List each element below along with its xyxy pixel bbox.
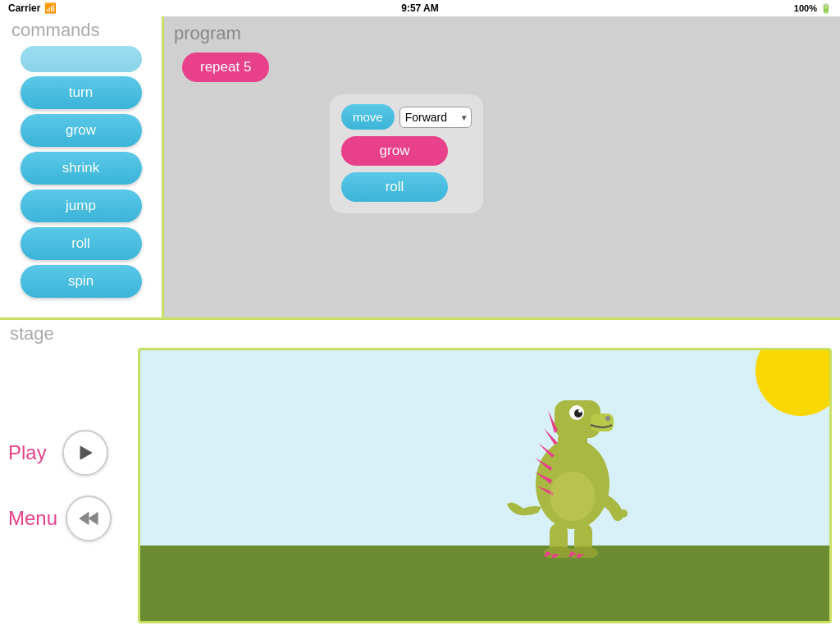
move-row: move Forward Backward Left Right	[341, 104, 472, 130]
menu-control[interactable]: Menu	[8, 495, 112, 541]
move-direction-select[interactable]: Forward Backward Left Right	[399, 107, 472, 128]
battery-icon: 🔋	[820, 3, 832, 14]
shrink-button[interactable]: shrink	[21, 152, 142, 185]
menu-label: Menu	[8, 507, 57, 530]
stage-row: Play Menu	[0, 348, 840, 630]
controls-panel: Play Menu	[0, 348, 138, 623]
svg-point-22	[568, 546, 598, 558]
svg-rect-6	[591, 413, 614, 431]
battery-label: 100%	[794, 3, 817, 13]
scroll-hint-btn[interactable]	[21, 46, 142, 72]
dinosaur-svg	[499, 377, 646, 558]
stage-canvas	[138, 348, 832, 623]
wifi-icon: 📶	[44, 2, 57, 14]
program-label: program	[174, 23, 830, 44]
program-panel: program repeat 5 move Forward Backward L…	[164, 16, 840, 317]
rewind-icon	[78, 509, 99, 528]
svg-point-27	[550, 472, 596, 521]
svg-marker-1	[80, 513, 89, 525]
app-container: commands turn grow shrink jump roll spin…	[0, 16, 840, 630]
ground	[140, 546, 829, 621]
bottom-section: stage Play Menu	[0, 320, 840, 630]
turn-button[interactable]: turn	[21, 76, 142, 109]
play-button[interactable]	[62, 430, 108, 476]
inner-block-container: move Forward Backward Left Right grow	[330, 94, 483, 213]
status-bar-time: 9:57 AM	[401, 2, 439, 14]
svg-point-10	[605, 416, 610, 421]
play-label: Play	[8, 441, 54, 464]
roll-inner-block[interactable]: roll	[341, 172, 448, 202]
move-select-wrapper: Forward Backward Left Right	[399, 107, 472, 128]
program-area: repeat 5 move Forward Backward Left Righ…	[174, 49, 830, 311]
commands-label: commands	[0, 20, 100, 41]
spin-button[interactable]: spin	[21, 265, 142, 298]
top-section: commands turn grow shrink jump roll spin…	[0, 16, 840, 320]
carrier-label: Carrier	[8, 2, 40, 14]
status-bar: Carrier 📶 9:57 AM 100% 🔋	[0, 0, 840, 16]
play-icon	[75, 443, 95, 463]
status-bar-right: 100% 🔋	[794, 3, 832, 14]
stage-label: stage	[0, 320, 840, 348]
menu-button[interactable]	[66, 495, 112, 541]
svg-marker-0	[80, 446, 92, 459]
grow-button[interactable]: grow	[21, 114, 142, 147]
sky-background	[140, 350, 829, 546]
grow-inner-block[interactable]: grow	[341, 136, 448, 166]
roll-button[interactable]: roll	[21, 227, 142, 260]
svg-point-9	[578, 409, 582, 413]
repeat-block[interactable]: repeat 5	[182, 52, 269, 82]
svg-point-18	[619, 509, 628, 518]
commands-panel: commands turn grow shrink jump roll spin	[0, 16, 164, 317]
svg-marker-2	[89, 513, 98, 525]
play-control[interactable]: Play	[8, 430, 108, 476]
jump-button[interactable]: jump	[21, 189, 142, 222]
move-label: move	[341, 104, 395, 130]
dinosaur	[499, 377, 646, 561]
status-bar-left: Carrier 📶	[8, 2, 57, 14]
